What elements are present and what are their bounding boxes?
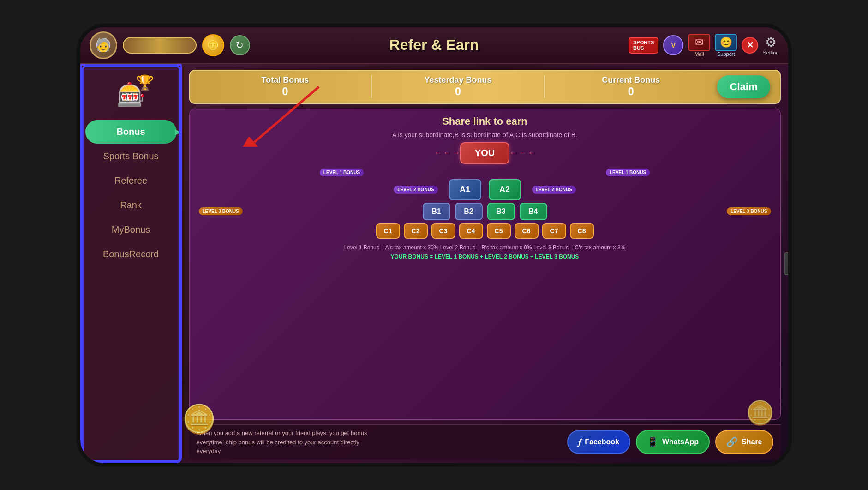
a1-node: A1	[449, 179, 481, 200]
diagram-wrapper: ← ← → YOU ← ← ←	[199, 142, 771, 260]
c2-node: C2	[404, 223, 428, 239]
arrow-left-1: ←	[434, 149, 442, 157]
phone-frame: 🧓 🪙 ↻ Refer & Earn SPORTSBUS V ✉ Mail 😊 …	[77, 24, 792, 467]
mail-icon: ✉	[688, 34, 710, 51]
support-button[interactable]: 😊 Support	[715, 34, 737, 57]
sidebar-item-rank[interactable]: Rank	[85, 194, 177, 217]
claim-button[interactable]: Claim	[717, 75, 771, 98]
side-nav-arrow[interactable]: ❮	[784, 252, 792, 275]
bonus-bar: Total Bonus 0 Yesterday Bonus 0 Current …	[189, 70, 781, 104]
level3-badge-right: LEVEL 3 BONUS	[727, 207, 771, 215]
chest-area: 🎰 🏆	[82, 70, 180, 119]
sidebar-item-referee[interactable]: Referee	[85, 169, 177, 193]
level1-badge-right: LEVEL 1 BONUS	[606, 169, 650, 176]
c8-node: C8	[570, 223, 594, 239]
sidebar-item-mybonus[interactable]: MyBonus	[85, 218, 177, 242]
coin-icon: 🪙	[202, 34, 224, 56]
game-background: 🧓 🪙 ↻ Refer & Earn SPORTSBUS V ✉ Mail 😊 …	[80, 27, 788, 463]
b-nodes-container: LEVEL 3 BONUS B1 B2 B3 B4 LEVEL 3 BONUS	[199, 203, 771, 220]
arrow-right-2: ←	[519, 149, 526, 157]
top-bar: 🧓 🪙 ↻ Refer & Earn SPORTSBUS V ✉ Mail 😊 …	[80, 27, 788, 64]
b1-node: B1	[423, 203, 450, 220]
c6-node: C6	[515, 223, 539, 239]
a2-node: A2	[489, 179, 521, 200]
sidebar-item-bonus-record[interactable]: BonusRecord	[85, 242, 177, 266]
a-nodes-row: LEVEL 2 BONUS A1 A2 LEVEL 2 BONUS	[199, 179, 771, 200]
top-bar-right: SPORTSBUS V ✉ Mail 😊 Support ✕ ⚙ Setting	[629, 34, 778, 57]
settings-icon: ⚙	[765, 35, 777, 50]
level1-badge-left: LEVEL 1 BONUS	[320, 169, 364, 176]
whatsapp-icon: 📱	[647, 436, 658, 448]
settings-label: Setting	[763, 50, 778, 55]
share-button[interactable]: 🔗 Share	[715, 430, 773, 454]
sidebar-item-sports-bonus[interactable]: Sports Bonus	[85, 145, 177, 168]
avatar: 🧓	[90, 31, 117, 59]
chest-icon: 🎰 🏆	[103, 74, 159, 115]
whatsapp-label: WhatsApp	[662, 438, 699, 446]
arrow-left-2: ←	[443, 149, 451, 157]
sidebar: 🎰 🏆 Bonus Sports Bonus Referee Rank	[80, 64, 182, 463]
you-row: ← ← → YOU ← ← ←	[199, 142, 771, 164]
you-node: YOU	[460, 142, 509, 164]
b4-node: B4	[520, 203, 547, 220]
share-title: Share link to earn	[199, 115, 771, 127]
sidebar-item-bonus[interactable]: Bonus	[85, 120, 177, 144]
c4-node: C4	[459, 223, 483, 239]
sports-badge: SPORTSBUS	[629, 37, 658, 54]
arrow-right-3: ←	[528, 149, 535, 157]
total-bonus-section: Total Bonus 0	[199, 75, 371, 98]
b-nodes-row: B1 B2 B3 B4	[243, 203, 727, 220]
gold-bar	[123, 37, 197, 54]
yesterday-bonus-section: Yesterday Bonus 0	[371, 75, 544, 98]
bonus-formula-text: YOUR BONUS = LEVEL 1 BONUS + LEVEL 2 BON…	[391, 254, 579, 260]
level2-badge-left: LEVEL 2 BONUS	[394, 186, 437, 194]
level3-badge-left: LEVEL 3 BONUS	[199, 207, 243, 215]
facebook-icon: 𝑓	[578, 437, 581, 448]
refresh-button[interactable]: ↻	[230, 35, 250, 55]
whatsapp-button[interactable]: 📱 WhatsApp	[636, 430, 710, 454]
b3-node: B3	[487, 203, 515, 220]
bottom-area: When you add a new referral or your frie…	[189, 424, 781, 460]
c-nodes-row: C1 C2 C3 C4 C5 C6 C7 C8	[199, 223, 771, 239]
mail-button[interactable]: ✉ Mail	[688, 34, 710, 57]
c7-node: C7	[542, 223, 566, 239]
vip-badge: V	[663, 35, 683, 55]
action-buttons: 𝑓 Facebook 📱 WhatsApp 🔗 Share	[567, 430, 773, 454]
share-icon: 🔗	[726, 436, 738, 448]
left-arrows: ← ← →	[199, 149, 460, 157]
c5-node: C5	[487, 223, 511, 239]
share-label: Share	[742, 438, 762, 446]
level1-row: LEVEL 1 BONUS LEVEL 1 BONUS	[199, 169, 771, 176]
right-arrows: ← ← ←	[509, 149, 771, 157]
page-title: Refer & Earn	[389, 36, 479, 54]
yesterday-bonus-value: 0	[455, 85, 461, 98]
right-panel: Total Bonus 0 Yesterday Bonus 0 Current …	[182, 64, 788, 463]
trophy-icon: 🏆	[136, 74, 154, 91]
level2-badge-right: LEVEL 2 BONUS	[532, 186, 576, 194]
c3-node: C3	[431, 223, 455, 239]
yesterday-bonus-label: Yesterday Bonus	[425, 75, 492, 85]
mail-label: Mail	[694, 51, 704, 57]
bonus-info-text: When you add a new referral or your frie…	[197, 429, 372, 456]
diagram: ← ← → YOU ← ← ←	[199, 142, 771, 260]
support-label: Support	[717, 51, 735, 57]
facebook-label: Facebook	[585, 438, 619, 446]
coin-decoration-left: 🪙	[182, 403, 216, 436]
b2-node: B2	[455, 203, 483, 220]
level-info-text: Level 1 Bonus = A's tax amount x 30% Lev…	[344, 244, 626, 251]
arrow-left-3: →	[453, 149, 460, 157]
close-button[interactable]: ✕	[742, 37, 758, 54]
coin-decoration-right: 🪙	[746, 399, 774, 426]
facebook-button[interactable]: 𝑓 Facebook	[567, 430, 630, 454]
current-bonus-label: Current Bonus	[602, 75, 660, 85]
arrow-right-1: ←	[509, 149, 517, 157]
support-icon: 😊	[715, 34, 737, 51]
settings-button[interactable]: ⚙ Setting	[763, 35, 778, 55]
c1-node: C1	[376, 223, 400, 239]
current-bonus-value: 0	[628, 85, 634, 98]
subordinate-text: A is your subordinate,B is subordinate o…	[199, 131, 771, 139]
total-bonus-label: Total Bonus	[262, 75, 309, 85]
top-bar-left: 🧓 🪙 ↻	[90, 31, 250, 59]
current-bonus-section: Current Bonus 0	[544, 75, 717, 98]
total-bonus-value: 0	[282, 85, 288, 98]
